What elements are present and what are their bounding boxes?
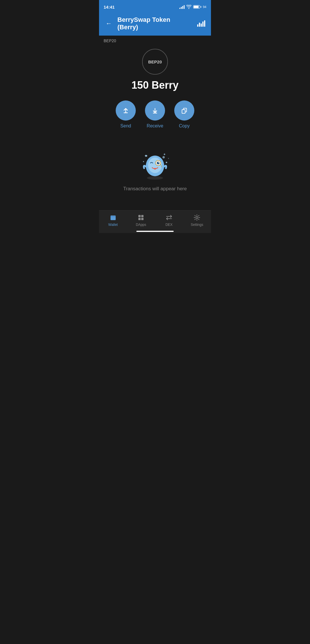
- svg-rect-5: [182, 110, 185, 113]
- wallet-nav-label: Wallet: [108, 223, 118, 227]
- nav-dapps[interactable]: DApps: [127, 214, 155, 227]
- send-icon: [121, 106, 130, 115]
- token-avatar: BEP20: [142, 49, 168, 75]
- action-buttons: Send Receive Copy: [116, 100, 194, 129]
- dex-nav-icon: [165, 214, 173, 222]
- wallet-nav-icon: [109, 214, 117, 222]
- receive-action[interactable]: Receive: [145, 100, 165, 129]
- page-title: BerrySwap Token (Berry): [117, 16, 193, 31]
- back-arrow-icon: ←: [106, 20, 112, 27]
- svg-point-12: [158, 162, 159, 163]
- receive-label: Receive: [147, 123, 163, 129]
- copy-label: Copy: [179, 123, 189, 129]
- dapps-nav-icon: [137, 214, 145, 222]
- svg-rect-25: [141, 218, 144, 220]
- battery-level: 94: [203, 5, 206, 9]
- svg-point-14: [154, 168, 156, 170]
- empty-state: ✦ ✦ * Transactions will appear here: [123, 143, 187, 192]
- svg-rect-23: [141, 215, 144, 217]
- status-time: 14:41: [104, 5, 115, 9]
- back-button[interactable]: ←: [104, 18, 114, 29]
- svg-point-7: [147, 176, 163, 180]
- receive-button[interactable]: [145, 100, 165, 121]
- balance-amount: 150 Berry: [131, 79, 179, 91]
- nav-wallet[interactable]: Wallet: [99, 214, 127, 227]
- dapps-nav-label: DApps: [136, 223, 146, 227]
- svg-point-16: [162, 156, 165, 158]
- svg-point-18: [143, 161, 144, 162]
- bottom-navigation: Wallet DApps DEX: [99, 210, 211, 229]
- svg-point-28: [196, 217, 198, 219]
- settings-nav-label: Settings: [191, 223, 203, 227]
- copy-button[interactable]: [174, 100, 194, 121]
- status-bar: 14:41 94: [99, 0, 211, 13]
- copy-icon: [180, 106, 189, 115]
- svg-point-11: [157, 162, 160, 164]
- send-button[interactable]: [116, 100, 136, 121]
- chart-button[interactable]: [196, 18, 206, 29]
- svg-text:*: *: [168, 158, 169, 161]
- main-content: BEP20 BEP20 150 Berry Send: [99, 36, 211, 210]
- svg-rect-24: [138, 218, 141, 220]
- svg-point-17: [166, 162, 167, 163]
- svg-text:✦: ✦: [144, 154, 148, 158]
- signal-icon: [179, 5, 185, 9]
- token-network-label: BEP20: [148, 59, 162, 64]
- svg-text:✦: ✦: [163, 152, 166, 156]
- empty-state-text: Transactions will appear here: [123, 186, 187, 192]
- indicator-bar: [136, 231, 174, 232]
- mascot-illustration: ✦ ✦ *: [138, 143, 172, 180]
- nav-dex[interactable]: DEX: [155, 214, 183, 227]
- status-icons: 94: [179, 5, 206, 9]
- nav-settings[interactable]: Settings: [183, 214, 211, 227]
- network-badge: BEP20: [99, 36, 211, 46]
- send-label: Send: [120, 123, 131, 129]
- dex-nav-label: DEX: [165, 223, 173, 227]
- settings-nav-icon: [193, 214, 201, 222]
- receive-icon: [151, 106, 159, 115]
- svg-rect-22: [138, 215, 141, 217]
- chart-icon: [197, 20, 205, 27]
- page-header: ← BerrySwap Token (Berry): [99, 13, 211, 36]
- copy-action[interactable]: Copy: [174, 100, 194, 129]
- send-action[interactable]: Send: [116, 100, 136, 129]
- home-indicator: [99, 229, 211, 233]
- wifi-icon: [186, 5, 191, 9]
- battery-icon: [193, 5, 201, 9]
